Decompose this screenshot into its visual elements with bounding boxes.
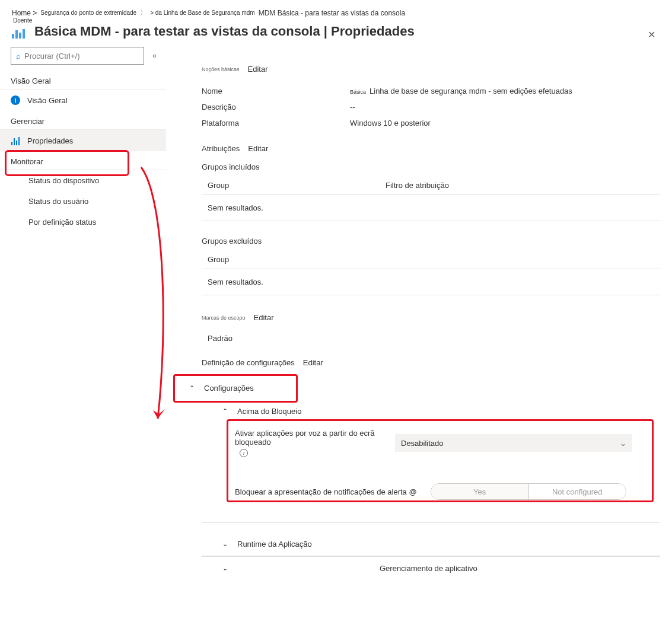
breadcrumb-endpoint-security[interactable]: Segurança do ponto de extremidade <box>40 9 136 16</box>
page-title-row: Doente Básica MDM - para testar as vista… <box>0 20 672 47</box>
name-value: Linha de base de segurança mdm - sem edi… <box>370 87 572 95</box>
sidebar-item-label: Status do dispositivo <box>28 176 99 185</box>
main-content: Noções básicas Editar Nome BásicaLinha d… <box>166 47 672 618</box>
sidebar-item-properties[interactable]: Propriedades <box>0 130 166 151</box>
baseline-bars-icon <box>12 23 28 40</box>
sidebar-item-label: Por definição status <box>28 218 96 227</box>
basics-section-label: Noções básicas <box>202 66 240 72</box>
description-value: -- <box>350 103 660 111</box>
search-input-wrap[interactable]: ⌕ <box>11 47 144 65</box>
app-management-label: Gerenciamento de aplicativo <box>380 564 477 573</box>
toast-block-label: Bloquear a apresentação de notificações … <box>235 487 425 496</box>
config-def-label: Definição de configurações <box>202 358 295 367</box>
title-small-label: Doente <box>13 17 32 24</box>
sidebar: ⌕ « Visão Geral i Visão Geral Gerenciar … <box>0 47 166 618</box>
platform-key: Plataforma <box>202 119 350 127</box>
collapse-sidebar-icon[interactable]: « <box>150 49 159 62</box>
toggle-not-configured[interactable]: Not configured <box>529 484 626 499</box>
scope-tag-value: Padrão <box>202 331 660 343</box>
excluded-empty: Sem resultados. <box>202 269 660 295</box>
included-col-group: Group <box>208 181 386 190</box>
edit-config-def-link[interactable]: Editar <box>303 358 323 367</box>
edit-assignments-link[interactable]: Editar <box>248 144 268 153</box>
sidebar-item-per-setting-status[interactable]: Por definição status <box>0 212 166 232</box>
page-title: MDM - para testar as vistas da consola |… <box>80 24 415 39</box>
platform-value: Windows 10 e posterior <box>350 119 660 127</box>
app-management-expander[interactable]: ⌄ Gerenciamento de aplicativo <box>202 556 660 580</box>
description-key: Descrição <box>202 103 350 111</box>
nav-header-monitor: Monitorar <box>0 151 166 170</box>
breadcrumb-mdm-baseline[interactable]: > da Linha de Base de Segurança mdm <box>150 9 255 16</box>
sidebar-item-device-status[interactable]: Status do dispositivo <box>0 170 166 191</box>
info-icon[interactable]: i <box>240 449 248 457</box>
name-key: Nome <box>202 87 350 95</box>
breadcrumb-current: MDM Básica - para testar as vistas da co… <box>259 9 405 17</box>
title-prefix: Básica <box>34 24 77 39</box>
voice-activate-label: Ativar aplicações por voz a partir do ec… <box>235 429 389 447</box>
included-groups-header: Grupos incluídos <box>202 162 660 171</box>
dropdown-value: Desabilitado <box>401 439 444 448</box>
excluded-groups-header: Grupos excluídos <box>202 237 660 245</box>
chevron-up-icon: ⌃ <box>221 407 229 415</box>
included-col-filter: Filtro de atribuição <box>386 181 449 190</box>
included-table-head: Group Filtro de atribuição <box>202 177 660 194</box>
chevron-down-icon: ⌄ <box>620 439 626 448</box>
assignments-label: Atribuições <box>202 144 240 153</box>
sidebar-item-overview[interactable]: i Visão Geral <box>0 90 166 111</box>
sidebar-item-label: Visão Geral <box>27 96 68 105</box>
name-tiny: Básica <box>350 89 366 95</box>
excluded-col-group: Group <box>208 255 386 264</box>
breadcrumb: Home > Segurança do ponto de extremidade… <box>0 0 672 20</box>
sidebar-item-user-status[interactable]: Status do usuário <box>0 191 166 212</box>
included-empty: Sem resultados. <box>202 195 660 221</box>
nav-header-overview: Visão Geral <box>0 71 166 90</box>
above-lock-expander[interactable]: ⌃ Acima do Bloqueio <box>193 400 660 423</box>
breadcrumb-home[interactable]: Home > <box>12 9 37 17</box>
sidebar-item-label: Status do usuário <box>28 197 88 206</box>
close-icon[interactable]: ✕ <box>644 25 659 44</box>
configs-expander[interactable]: ⌃ Configurações <box>184 377 660 400</box>
voice-activate-dropdown[interactable]: Desabilitado ⌄ <box>395 434 632 452</box>
chevron-down-icon: ⌄ <box>221 540 229 548</box>
sidebar-item-label: Propriedades <box>27 136 73 145</box>
toggle-yes[interactable]: Yes <box>431 484 529 499</box>
chevron-up-icon: ⌃ <box>187 384 196 392</box>
excluded-table-head: Group <box>202 251 660 269</box>
app-runtime-label: Runtime da Aplicação <box>237 540 312 549</box>
configs-label: Configurações <box>204 384 254 393</box>
above-lock-label: Acima do Bloqueio <box>237 407 301 416</box>
edit-basics-link[interactable]: Editar <box>248 65 268 74</box>
toast-toggle[interactable]: Yes Not configured <box>431 483 626 500</box>
edit-scope-tags-link[interactable]: Editar <box>254 313 274 322</box>
chevron-down-icon: ⌄ <box>221 565 229 572</box>
properties-icon <box>11 136 20 145</box>
nav-header-manage: Gerenciar <box>0 111 166 130</box>
app-runtime-expander[interactable]: ⌄ Runtime da Aplicação <box>193 532 660 556</box>
info-icon: i <box>11 95 20 105</box>
breadcrumb-separator: 〉 <box>140 8 146 17</box>
search-icon: ⌕ <box>16 52 21 60</box>
scope-tags-label: Marcas de escopo <box>202 315 246 321</box>
search-input[interactable] <box>24 52 139 60</box>
